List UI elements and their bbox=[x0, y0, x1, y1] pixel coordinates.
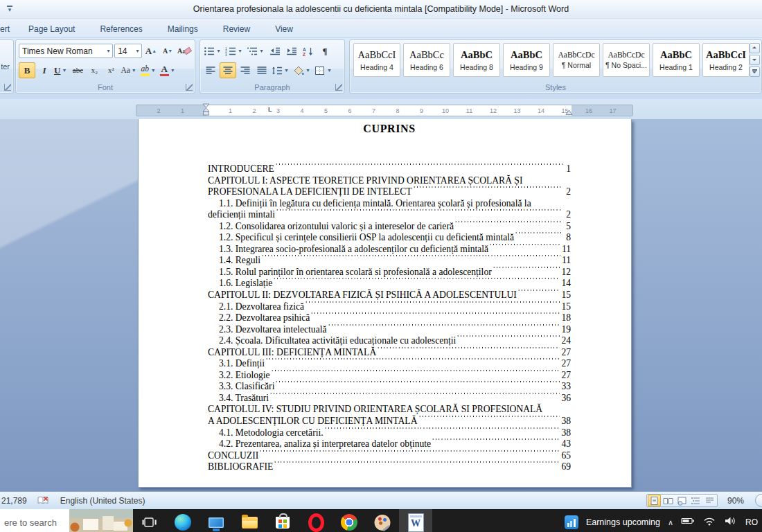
style-heading-2[interactable]: AaBbCcIHeading 2 bbox=[702, 43, 750, 77]
dropdown-icon[interactable] bbox=[236, 48, 244, 54]
ruler-band[interactable]: 1231234567891011121314151617 bbox=[136, 105, 633, 116]
multilevel-list-button[interactable] bbox=[246, 44, 266, 58]
dropdown-icon[interactable] bbox=[304, 67, 312, 73]
input-language-indicator[interactable]: RO bbox=[745, 517, 758, 527]
taskbar-file-explorer-button[interactable] bbox=[233, 509, 266, 532]
volume-icon[interactable] bbox=[724, 515, 738, 529]
ruler-number: 8 bbox=[396, 107, 399, 115]
font-size-combo[interactable]: 14 bbox=[114, 44, 142, 58]
language-status[interactable]: English (United States) bbox=[60, 496, 145, 506]
news-widget-text[interactable]: Earnings upcoming bbox=[586, 517, 660, 527]
toc-entry-text: 3.4. Trasături bbox=[208, 393, 269, 404]
increase-indent-button[interactable] bbox=[284, 44, 299, 58]
draft-view-button[interactable] bbox=[703, 495, 716, 506]
justify-button[interactable] bbox=[254, 63, 269, 78]
spellcheck-status-icon[interactable] bbox=[37, 495, 49, 506]
show-formatting-button[interactable]: ¶ bbox=[317, 44, 333, 58]
taskbar-edge-button[interactable] bbox=[166, 509, 200, 532]
style-normal[interactable]: AaBbCcDc¶ Normal bbox=[553, 43, 600, 77]
style-heading-8[interactable]: AaBbCHeading 8 bbox=[453, 43, 500, 77]
shading-button[interactable] bbox=[292, 63, 312, 78]
change-case-button[interactable]: Aa bbox=[120, 63, 138, 78]
style-heading-9[interactable]: AaBbCHeading 9 bbox=[503, 43, 550, 77]
taskbar-paint-button[interactable] bbox=[366, 509, 399, 532]
text-highlight-button[interactable]: ab bbox=[140, 63, 158, 78]
taskbar-store-button[interactable] bbox=[266, 509, 299, 532]
tray-chevron-up-icon[interactable]: ∧ bbox=[668, 518, 673, 527]
quick-access-more-icon[interactable] bbox=[5, 3, 15, 13]
dropdown-icon[interactable] bbox=[130, 67, 138, 73]
print-layout-view-button[interactable] bbox=[648, 495, 661, 506]
sort-icon: AZ bbox=[303, 46, 314, 56]
tab-ert[interactable]: ert bbox=[0, 21, 12, 37]
style-heading-1[interactable]: AaBbCHeading 1 bbox=[653, 43, 700, 77]
line-spacing-button[interactable] bbox=[271, 63, 291, 78]
style-heading-4[interactable]: AaBbCcIHeading 4 bbox=[353, 43, 400, 77]
font-name-combo[interactable]: Times New Roman bbox=[19, 44, 113, 58]
font-name-dropdown-icon[interactable] bbox=[105, 48, 112, 54]
numbering-button[interactable]: 123 bbox=[224, 44, 245, 58]
taskbar-search-box[interactable]: ere to search bbox=[0, 509, 133, 532]
battery-icon[interactable] bbox=[681, 515, 695, 529]
document-page[interactable]: CUPRINS INTRODUCERE1CAPITOLUL I: ASPECTE… bbox=[138, 119, 632, 488]
borders-button[interactable] bbox=[314, 63, 334, 78]
indent-marker-icon[interactable] bbox=[202, 103, 210, 116]
dropdown-icon[interactable] bbox=[258, 48, 265, 54]
wifi-icon[interactable] bbox=[702, 515, 716, 529]
tab-page-layout[interactable]: Page Layout bbox=[19, 21, 84, 37]
dropdown-icon[interactable] bbox=[169, 67, 177, 73]
taskbar-chrome-button[interactable] bbox=[333, 509, 366, 532]
superscript-button[interactable]: x² bbox=[103, 63, 118, 78]
tab-review[interactable]: Review bbox=[214, 21, 259, 37]
grow-font-button[interactable]: A▲ bbox=[143, 44, 159, 58]
clear-formatting-button[interactable]: Aa bbox=[177, 44, 192, 58]
bold-button[interactable]: B bbox=[19, 62, 35, 78]
outline-view-button[interactable] bbox=[689, 495, 702, 506]
tab-mailings[interactable]: Mailings bbox=[159, 21, 207, 37]
bullets-button[interactable] bbox=[203, 44, 223, 58]
web-layout-view-button[interactable] bbox=[675, 495, 689, 506]
word-count[interactable]: 21,789 bbox=[1, 496, 27, 506]
subscript-button[interactable]: x₂ bbox=[87, 63, 102, 78]
sort-button[interactable]: AZ bbox=[301, 44, 316, 58]
align-left-button[interactable] bbox=[203, 63, 218, 78]
dropdown-icon[interactable] bbox=[283, 67, 290, 73]
font-dialog-launcher-icon[interactable] bbox=[186, 84, 193, 91]
style-preview: AaBbCcI bbox=[358, 49, 396, 61]
styles-more-icon[interactable] bbox=[750, 66, 760, 77]
taskbar-this-pc-button[interactable] bbox=[200, 509, 233, 532]
toc-leader bbox=[377, 347, 560, 359]
align-center-button[interactable] bbox=[220, 62, 236, 78]
tab-references[interactable]: References bbox=[91, 21, 151, 37]
dropdown-icon[interactable] bbox=[326, 67, 333, 73]
style-no-spaci[interactable]: AaBbCcDc¶ No Spaci... bbox=[603, 43, 650, 77]
dropdown-icon[interactable] bbox=[150, 67, 157, 73]
news-widget-icon[interactable] bbox=[565, 515, 578, 529]
search-highlight-image[interactable] bbox=[69, 509, 133, 532]
dropdown-icon[interactable] bbox=[60, 67, 68, 73]
shrink-font-button[interactable]: A▼ bbox=[160, 44, 175, 58]
toc: INTRODUCERE1CAPITOLUL I: ASPECTE TEORETI… bbox=[208, 163, 571, 473]
decrease-indent-button[interactable] bbox=[267, 44, 283, 58]
font-size-dropdown-icon[interactable] bbox=[134, 48, 141, 54]
underline-button[interactable]: U bbox=[53, 63, 69, 78]
italic-button[interactable]: I bbox=[37, 63, 52, 78]
right-indent-marker-icon[interactable] bbox=[565, 109, 573, 116]
style-heading-6[interactable]: AaBbCcHeading 6 bbox=[403, 43, 450, 77]
strikethrough-button[interactable]: abc bbox=[70, 63, 85, 78]
dropdown-icon[interactable] bbox=[215, 48, 222, 54]
align-right-button[interactable] bbox=[238, 63, 253, 78]
tab-view[interactable]: View bbox=[266, 21, 302, 37]
tab-stop-marker[interactable] bbox=[268, 106, 272, 113]
styles-scroll-down-icon[interactable] bbox=[750, 55, 760, 65]
taskbar-word-button[interactable] bbox=[399, 509, 432, 532]
taskbar-task-view-button[interactable] bbox=[133, 509, 166, 532]
window-title: Orientarea profesionala la adolescentii … bbox=[193, 4, 569, 14]
taskbar-opera-button[interactable] bbox=[299, 509, 333, 532]
clipboard-dialog-launcher-icon[interactable] bbox=[4, 84, 11, 91]
paragraph-dialog-launcher-icon[interactable] bbox=[335, 84, 342, 91]
styles-scroll-up-icon[interactable] bbox=[750, 43, 760, 53]
format-painter-label-partial[interactable]: ter bbox=[1, 62, 10, 71]
font-color-button[interactable]: A bbox=[159, 63, 177, 78]
full-screen-reading-view-button[interactable] bbox=[662, 495, 675, 506]
